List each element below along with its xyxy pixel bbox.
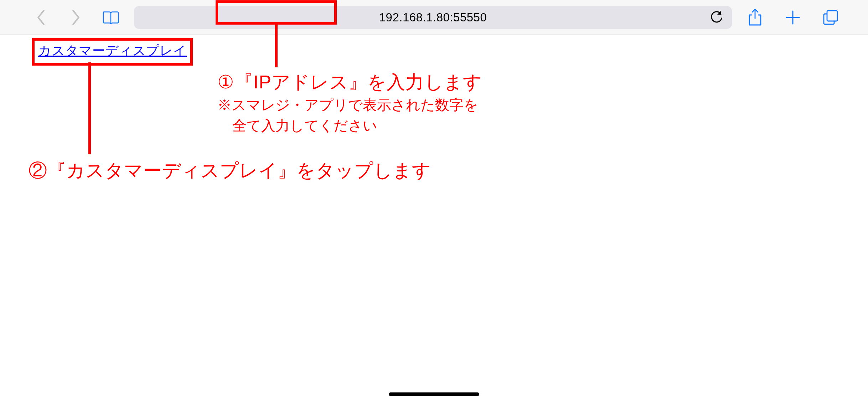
link-highlight-box: カスタマーディスプレイ	[32, 38, 193, 66]
back-button[interactable]	[32, 9, 50, 26]
annotation-step-1: ①『IPアドレス』を入力します ※スマレジ・アプリで表示された数字を 全て入力し…	[217, 71, 482, 135]
annotation-1-title: ①『IPアドレス』を入力します	[217, 71, 482, 94]
svg-rect-4	[827, 11, 837, 21]
bookmarks-button[interactable]	[102, 9, 120, 26]
share-button[interactable]	[746, 9, 764, 26]
callout-line-2	[88, 62, 91, 154]
callout-line-1	[275, 25, 278, 67]
annotation-2-title: ②『カスタマーディスプレイ』をタップします	[29, 159, 431, 182]
customer-display-link[interactable]: カスタマーディスプレイ	[38, 43, 187, 58]
url-bar[interactable]: 192.168.1.80:55550	[134, 6, 732, 29]
annotation-step-2: ②『カスタマーディスプレイ』をタップします	[29, 159, 431, 182]
right-group	[746, 9, 868, 26]
new-tab-button[interactable]	[784, 9, 802, 26]
nav-group	[0, 9, 120, 26]
tabs-button[interactable]	[822, 9, 839, 26]
annotation-1-note-1: ※スマレジ・アプリで表示された数字を	[217, 95, 482, 114]
page-content: カスタマーディスプレイ ①『IPアドレス』を入力します ※スマレジ・アプリで表示…	[0, 35, 868, 401]
home-indicator[interactable]	[389, 392, 479, 396]
forward-button[interactable]	[67, 9, 85, 26]
reload-button[interactable]	[708, 9, 725, 26]
url-text: 192.168.1.80:55550	[379, 11, 487, 24]
annotation-1-note-2: 全て入力してください	[217, 116, 482, 135]
browser-toolbar: 192.168.1.80:55550	[0, 0, 868, 35]
